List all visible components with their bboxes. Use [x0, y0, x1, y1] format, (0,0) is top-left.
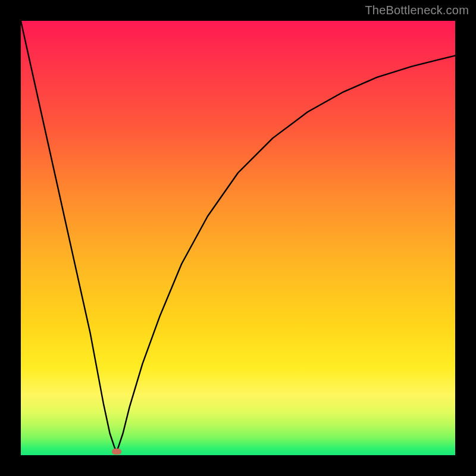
min-point-marker [112, 449, 121, 455]
watermark-text: TheBottleneck.com [365, 4, 469, 17]
plot-area [21, 21, 455, 455]
bottleneck-curve [21, 21, 455, 455]
chart-frame: TheBottleneck.com [0, 0, 476, 476]
